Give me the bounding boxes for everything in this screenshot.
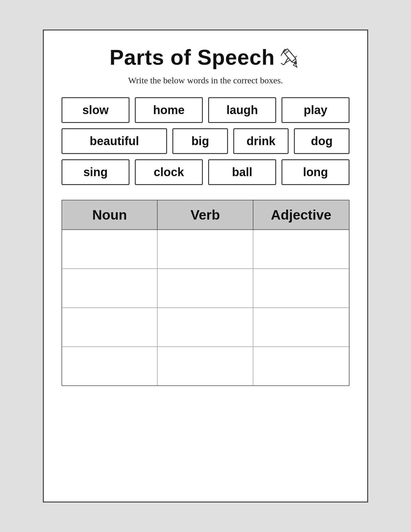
word-beautiful: beautiful — [62, 128, 167, 154]
words-row-3: sing clock ball long — [62, 159, 349, 185]
word-play: play — [281, 97, 349, 123]
classification-table: Noun Verb Adjective — [62, 200, 349, 386]
subtitle: Write the below words in the correct box… — [62, 75, 349, 85]
table-header: Noun Verb Adjective — [62, 200, 349, 230]
adjective-cell-3[interactable] — [253, 308, 349, 346]
adjective-cell-4[interactable] — [253, 347, 349, 385]
pencil-icon — [281, 47, 302, 68]
words-row-2: beautiful big drink dog — [62, 128, 349, 154]
page: Parts of Speech Write the below words in… — [43, 30, 368, 502]
word-ball: ball — [208, 159, 276, 185]
table-row — [62, 308, 349, 347]
title-row: Parts of Speech — [62, 45, 349, 69]
header-noun: Noun — [62, 200, 158, 229]
table-row — [62, 230, 349, 269]
noun-cell-1[interactable] — [62, 230, 158, 268]
noun-cell-2[interactable] — [62, 269, 158, 307]
verb-cell-3[interactable] — [158, 308, 253, 346]
adjective-cell-1[interactable] — [253, 230, 349, 268]
word-sing: sing — [62, 159, 130, 185]
word-big: big — [172, 128, 228, 154]
word-slow: slow — [62, 97, 130, 123]
header-verb: Verb — [158, 200, 253, 229]
verb-cell-1[interactable] — [158, 230, 253, 268]
word-home: home — [135, 97, 203, 123]
adjective-cell-2[interactable] — [253, 269, 349, 307]
word-long: long — [281, 159, 349, 185]
table-row — [62, 347, 349, 385]
verb-cell-2[interactable] — [158, 269, 253, 307]
word-dog: dog — [294, 128, 349, 154]
word-clock: clock — [135, 159, 203, 185]
word-drink: drink — [233, 128, 289, 154]
table-row — [62, 269, 349, 308]
words-section: slow home laugh play beautiful big drink… — [62, 97, 349, 185]
noun-cell-4[interactable] — [62, 347, 158, 385]
header-section: Parts of Speech Write the below words in… — [62, 45, 349, 85]
page-title: Parts of Speech — [109, 45, 275, 69]
verb-cell-4[interactable] — [158, 347, 253, 385]
noun-cell-3[interactable] — [62, 308, 158, 346]
table-body — [62, 230, 349, 385]
header-adjective: Adjective — [253, 200, 349, 229]
words-row-1: slow home laugh play — [62, 97, 349, 123]
word-laugh: laugh — [208, 97, 276, 123]
